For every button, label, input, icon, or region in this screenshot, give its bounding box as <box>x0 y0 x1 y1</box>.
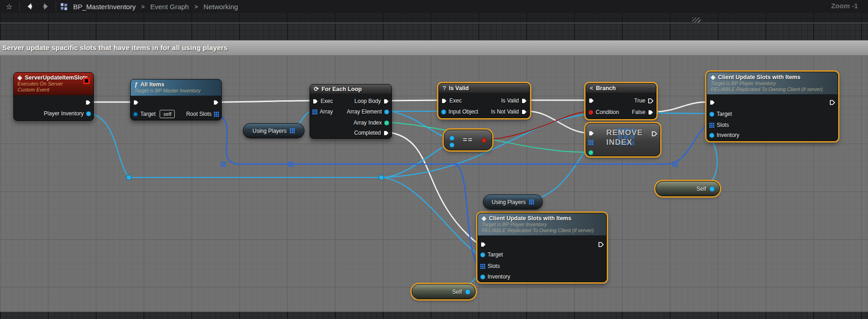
pin-label: Completed <box>354 130 381 136</box>
node-header: ƒAll Items Target is BP Master Inventory <box>131 80 221 96</box>
pin-condition[interactable]: Condition <box>588 109 619 115</box>
node-header: ?Is Valid <box>439 84 529 93</box>
exec-pin-hollow-icon <box>648 98 654 104</box>
forward-button[interactable] <box>40 1 51 12</box>
breadcrumb-event-graph[interactable]: Event Graph <box>150 3 189 11</box>
pin-array-element[interactable]: Array Element <box>347 108 389 115</box>
array-reroute-marker[interactable] <box>288 162 293 167</box>
input-pin-b-icon[interactable] <box>449 142 454 148</box>
node-branch[interactable]: <Branch Condition True False <box>586 83 656 119</box>
pin-label: Inventory <box>717 132 739 138</box>
self-value-box[interactable]: self <box>160 110 175 118</box>
pin-label: Inventory <box>488 273 510 280</box>
pin-slots[interactable]: Slots <box>709 122 729 128</box>
array-pin-icon[interactable] <box>290 128 295 133</box>
resize-grip-icon[interactable] <box>692 17 701 23</box>
pin-exec-out[interactable] <box>651 131 657 137</box>
node-header: ⟳For Each Loop <box>310 85 391 94</box>
array-pin-icon <box>480 264 485 269</box>
node-client-update-slots-bottom[interactable]: ◈Client Update Slots with Items Target i… <box>477 213 607 282</box>
object-pin-icon <box>133 112 138 117</box>
breadcrumb-root[interactable]: BP_MasterInventory <box>73 3 136 11</box>
exec-pin-icon <box>588 131 594 137</box>
object-pin-icon <box>441 109 446 114</box>
node-equals[interactable]: == <box>444 130 492 150</box>
pin-inventory[interactable]: Inventory <box>709 132 739 138</box>
pin-slots[interactable]: Slots <box>480 263 500 269</box>
array-pin-icon[interactable] <box>529 199 534 205</box>
exec-pin-icon <box>588 98 594 104</box>
pin-exec-out[interactable] <box>213 100 219 106</box>
pill-using-players-1[interactable]: Using Players <box>243 123 305 138</box>
pin-exec-out[interactable] <box>829 100 835 106</box>
pin-target[interactable]: Target self <box>133 110 175 118</box>
pin-player-inventory[interactable]: Player Inventory <box>44 110 91 117</box>
pin-index[interactable] <box>588 150 593 155</box>
pin-true-out[interactable]: True <box>634 97 654 104</box>
pin-exec-in[interactable]: Exec <box>441 97 462 104</box>
pin-false-out[interactable]: False <box>632 109 654 115</box>
object-pin-icon[interactable] <box>709 186 715 192</box>
pin-exec-out[interactable] <box>85 100 91 106</box>
pill-self-bottom[interactable]: Self <box>412 284 476 299</box>
pin-exec-in[interactable] <box>709 100 715 106</box>
back-arrow-icon <box>26 2 34 11</box>
node-for-each-loop[interactable]: ⟳For Each Loop Exec Array Loop Body Arra… <box>310 84 392 139</box>
node-title: For Each Loop <box>322 86 362 92</box>
node-client-update-slots-top[interactable]: ◈Client Update Slots with Items Target i… <box>707 72 838 141</box>
node-subtitle: RELIABLE Replicated To Owning Client (if… <box>482 228 603 234</box>
pin-exec-in[interactable] <box>480 242 486 248</box>
breadcrumb-networking[interactable]: Networking <box>203 3 238 11</box>
pin-array-index[interactable]: Array Index <box>354 120 389 126</box>
pin-is-valid-out[interactable]: Is Valid <box>501 97 527 104</box>
exec-pin-icon <box>383 130 389 136</box>
pin-exec-in[interactable]: Exec <box>312 98 333 104</box>
exec-pin-icon <box>521 109 527 115</box>
pin-inventory[interactable]: Inventory <box>480 273 510 280</box>
branch-icon: < <box>590 85 593 91</box>
node-title: Branch <box>596 85 616 91</box>
bool-out-pin-icon[interactable] <box>482 138 487 143</box>
object-pin-icon[interactable] <box>465 289 471 295</box>
pin-label: Condition <box>596 109 619 115</box>
node-remove-index[interactable]: REMOVE INDEX <box>586 123 660 156</box>
array-pin-icon <box>312 109 317 114</box>
pill-label: Using Players <box>253 128 287 134</box>
node-is-valid[interactable]: ?Is Valid Exec Input Object Is Valid Is … <box>438 83 530 118</box>
pin-loop-body[interactable]: Loop Body <box>355 98 389 104</box>
node-subtitle: Executes On Server <box>17 81 90 87</box>
node-server-update-item-slots[interactable]: ◈ServerUpdateItemSlots Executes On Serve… <box>13 72 94 121</box>
node-title: Is Valid <box>449 85 469 91</box>
array-reroute-marker[interactable] <box>673 162 678 167</box>
pin-exec-in[interactable] <box>588 98 594 104</box>
pin-is-not-valid-out[interactable]: Is Not Valid <box>491 108 527 115</box>
exec-pin-icon <box>709 100 715 106</box>
exec-pin-hollow-icon <box>651 131 657 137</box>
pin-exec-in[interactable] <box>133 100 139 106</box>
node-subtitle: RELIABLE Replicated To Owning Client (if… <box>711 86 834 92</box>
pin-array[interactable]: Array <box>312 108 333 115</box>
pin-exec-out[interactable] <box>598 242 604 248</box>
exec-pin-icon <box>133 100 139 106</box>
pin-label: Array <box>320 108 333 115</box>
pin-completed[interactable]: Completed <box>354 130 389 136</box>
node-subtitle: Target is BP Player Inventory <box>482 222 603 228</box>
array-reroute-marker[interactable] <box>221 162 226 167</box>
pin-root-slots[interactable]: Root Slots <box>186 111 219 117</box>
back-button[interactable] <box>24 1 35 12</box>
pin-target[interactable]: Target <box>480 251 503 258</box>
node-title: All Items <box>140 81 164 88</box>
pill-self-right[interactable]: Self <box>655 181 720 196</box>
pill-using-players-2[interactable]: Using Players <box>483 194 543 210</box>
pin-exec-in[interactable] <box>588 131 594 137</box>
node-all-items[interactable]: ƒAll Items Target is BP Master Inventory… <box>130 79 222 120</box>
pin-input-object[interactable]: Input Object <box>441 108 478 115</box>
exec-pin-icon <box>441 98 447 104</box>
pin-target[interactable]: Target <box>709 111 732 117</box>
node-header: ◈Client Update Slots with Items Target i… <box>707 72 838 95</box>
favorite-star-icon[interactable]: ☆ <box>4 1 15 12</box>
pin-label: False <box>632 109 645 115</box>
pin-array[interactable] <box>588 140 593 145</box>
node-subtitle: Target is BP Master Inventory <box>134 88 218 94</box>
input-pin-a-icon[interactable] <box>449 136 454 141</box>
